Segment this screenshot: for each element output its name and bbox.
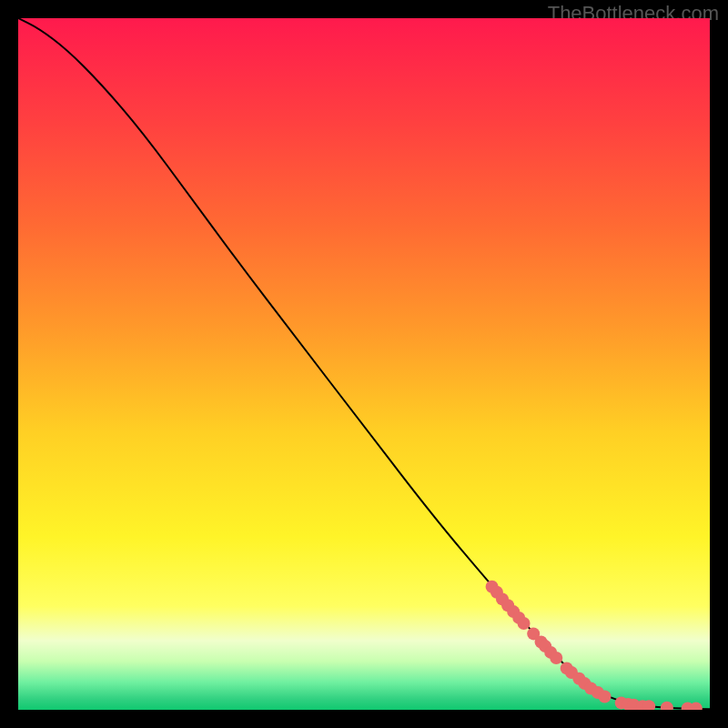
chart-plot bbox=[18, 18, 710, 710]
scatter-point bbox=[598, 691, 611, 703]
scatter-point bbox=[518, 617, 531, 630]
scatter-point bbox=[550, 652, 562, 664]
chart-background bbox=[18, 18, 710, 710]
chart-frame: TheBottleneck.com bbox=[0, 0, 728, 728]
